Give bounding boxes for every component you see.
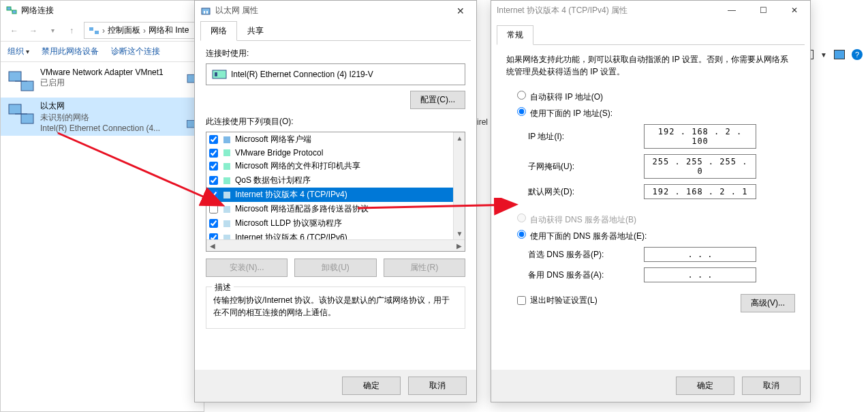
tabs: 网络 共享 [200, 20, 471, 41]
protocol-checkbox[interactable] [209, 135, 218, 144]
dialog-body: 连接时使用: Intel(R) Ethernet Connection (4) … [195, 41, 476, 336]
protocol-checkbox[interactable] [209, 190, 218, 199]
radio-use-ip[interactable]: 使用下面的 IP 地址(S): [517, 105, 795, 121]
gateway-input[interactable]: 192 . 168 . 2 . 1 [644, 184, 756, 199]
svg-rect-18 [223, 149, 230, 156]
subnet-mask-row: 子网掩码(U): 255 . 255 . 255 . 0 [528, 151, 795, 181]
close-icon[interactable]: ✕ [779, 1, 810, 20]
toolbar-organize[interactable]: 组织 [7, 46, 29, 57]
properties-button[interactable]: 属性(R) [384, 259, 465, 277]
protocol-item[interactable]: Microsoft 网络的文件和打印机共享 [206, 159, 465, 173]
connection-status: 已启用 [40, 77, 200, 89]
view-details-icon[interactable] [834, 50, 845, 59]
connection-info: 以太网 未识别的网络 Intel(R) Ethernet Connection … [37, 100, 200, 133]
adapter-icon [5, 68, 37, 95]
radio-auto-dns: 自动获得 DNS 服务器地址(B) [517, 211, 795, 228]
ip-label: IP 地址(I): [528, 131, 644, 143]
protocol-checkbox[interactable] [209, 149, 218, 158]
protocol-checkbox[interactable] [209, 162, 218, 171]
connection-status: 未识别的网络 [40, 112, 200, 123]
scrollbar-horizontal[interactable]: ◀ ▶ [206, 239, 465, 251]
protocol-item[interactable]: Microsoft 网络客户端 [206, 132, 465, 147]
svg-rect-19 [223, 163, 230, 170]
nic-icon [212, 68, 227, 80]
tab-network[interactable]: 网络 [200, 21, 237, 41]
breadcrumb-mid[interactable]: 网络和 Inte [149, 25, 189, 36]
ip-input[interactable]: 192 . 168 . 2 . 100 [644, 124, 756, 149]
protocol-item[interactable]: Microsoft LLDP 协议驱动程序 [206, 216, 465, 231]
svg-rect-14 [206, 11, 208, 14]
tab-sharing[interactable]: 共享 [237, 21, 274, 41]
radio-input[interactable] [517, 107, 526, 116]
nav-forward-icon[interactable]: → [24, 23, 43, 39]
breadcrumb-root[interactable]: 控制面板 [108, 25, 140, 36]
dialog-titlebar[interactable]: 以太网 属性 ✕ [195, 1, 476, 20]
connection-name: VMware Network Adapter VMnet1 [40, 68, 200, 77]
view-dropdown-icon[interactable]: ▼ [820, 51, 827, 59]
protocol-list[interactable]: Microsoft 网络客户端 VMware Bridge Protocol M… [206, 132, 465, 252]
svg-rect-6 [9, 104, 21, 114]
mask-input[interactable]: 255 . 255 . 255 . 0 [644, 154, 756, 179]
protocol-checkbox[interactable] [209, 219, 218, 228]
breadcrumb-sep: › [102, 26, 105, 35]
ok-button[interactable]: 确定 [676, 377, 734, 395]
protocol-checkbox[interactable] [209, 176, 218, 185]
scrollbar-vertical[interactable]: ▲ ▼ [453, 132, 465, 239]
dns2-input[interactable]: . . . [644, 267, 756, 282]
service-icon [222, 148, 232, 158]
minimize-icon[interactable]: — [716, 1, 747, 20]
configure-button[interactable]: 配置(C)... [410, 91, 465, 109]
cancel-button[interactable]: 取消 [408, 377, 467, 395]
connection-list: VMware Network Adapter VMnet1 已启用 以太网 未识… [1, 62, 204, 138]
radio-input[interactable] [517, 91, 526, 100]
protocol-checkbox[interactable] [209, 205, 218, 214]
window-title: 网络连接 [21, 5, 54, 16]
toolbar-disable[interactable]: 禁用此网络设备 [42, 46, 99, 57]
close-icon[interactable]: ✕ [450, 5, 471, 16]
advanced-button[interactable]: 高级(V)... [741, 294, 795, 312]
ethernet-properties-dialog: 以太网 属性 ✕ 网络 共享 连接时使用: Intel(R) Ethernet … [194, 0, 477, 402]
ip-address-row: IP 地址(I): 192 . 168 . 2 . 100 [528, 121, 795, 151]
connection-name: 以太网 [40, 100, 200, 112]
breadcrumb[interactable]: › 控制面板 › 网络和 Inte [84, 22, 200, 39]
protocol-item-ipv4[interactable]: Internet 协议版本 4 (TCP/IPv4) [206, 188, 465, 202]
dns2-row: 备用 DNS 服务器(A): . . . [528, 265, 795, 285]
service-icon [222, 176, 232, 186]
connection-item-ethernet[interactable]: 以太网 未识别的网络 Intel(R) Ethernet Connection … [1, 98, 204, 136]
maximize-icon[interactable]: ☐ [747, 1, 779, 20]
service-icon [222, 162, 232, 171]
tab-general[interactable]: 常规 [497, 25, 533, 45]
protocol-item[interactable]: QoS 数据包计划程序 [206, 173, 465, 188]
gateway-row: 默认网关(D): 192 . 168 . 2 . 1 [528, 181, 795, 202]
ok-button[interactable]: 确定 [342, 377, 401, 395]
svg-rect-4 [9, 72, 21, 81]
scroll-up-icon[interactable]: ▲ [454, 132, 465, 144]
window-controls: — ☐ ✕ [716, 1, 810, 20]
radio-input[interactable] [517, 230, 526, 239]
connection-item-vmnet1[interactable]: VMware Network Adapter VMnet1 已启用 [1, 65, 204, 98]
nav-back-icon[interactable]: ← [5, 23, 24, 39]
install-button[interactable]: 安装(N)... [206, 259, 288, 277]
network-connections-window: 网络连接 ← → ▾ ↑ › 控制面板 › 网络和 Inte 组织 禁用此网络设… [0, 0, 204, 412]
radio-use-dns[interactable]: 使用下面的 DNS 服务器地址(E): [517, 228, 795, 244]
protocol-item[interactable]: VMware Bridge Protocol [206, 147, 465, 159]
help-icon[interactable]: ? [852, 49, 863, 60]
window-titlebar[interactable]: 网络连接 [1, 1, 204, 20]
scroll-left-icon[interactable]: ◀ [206, 240, 218, 252]
connection-info: VMware Network Adapter VMnet1 已启用 [37, 68, 200, 89]
protocol-item[interactable]: Microsoft 网络适配器多路传送器协议 [206, 202, 465, 216]
dialog-title: 以太网 属性 [215, 5, 450, 16]
scroll-down-icon[interactable]: ▼ [454, 228, 465, 239]
toolbar-diagnose[interactable]: 诊断这个连接 [111, 46, 160, 57]
dns1-input[interactable]: . . . [644, 247, 756, 262]
nav-up-icon[interactable]: ↑ [62, 23, 81, 39]
svg-rect-23 [223, 220, 230, 227]
uninstall-button[interactable]: 卸载(U) [294, 259, 376, 277]
scroll-right-icon[interactable]: ▶ [453, 240, 465, 252]
dialog-body: 如果网络支持此功能，则可以获取自动指派的 IP 设置。否则，你需要从网络系统管理… [491, 45, 810, 321]
radio-auto-ip[interactable]: 自动获得 IP 地址(O) [517, 89, 795, 105]
cancel-button[interactable]: 取消 [742, 377, 801, 395]
validate-checkbox[interactable] [517, 296, 526, 305]
nav-history-icon[interactable]: ▾ [43, 23, 62, 39]
tabs: 常规 [497, 25, 805, 45]
